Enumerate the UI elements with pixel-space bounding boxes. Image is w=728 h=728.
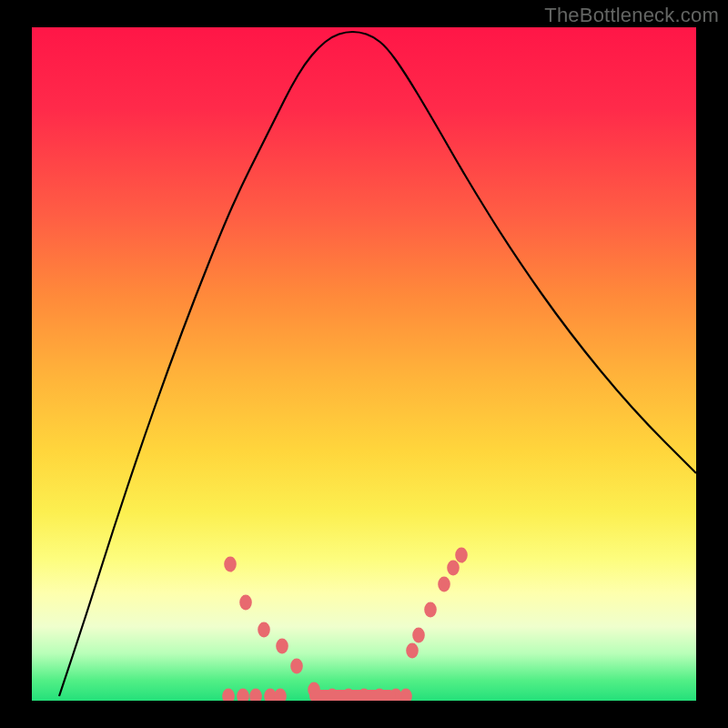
data-marker [438, 577, 450, 592]
data-marker [424, 602, 437, 618]
watermark-text: TheBottleneck.com [544, 4, 719, 27]
curve-overlay [32, 27, 696, 701]
chart-frame: TheBottleneck.com [0, 0, 728, 728]
data-marker [412, 628, 425, 643]
plot-area [32, 27, 696, 701]
data-marker [447, 561, 460, 576]
data-marker [224, 557, 237, 572]
data-marker [274, 689, 287, 702]
data-marker [276, 639, 288, 654]
data-marker [239, 595, 252, 611]
data-marker [249, 689, 262, 702]
bottleneck-curve [59, 32, 696, 696]
data-marker [290, 659, 303, 674]
data-marker [258, 622, 270, 638]
baseline-bar [309, 690, 396, 701]
data-marker [222, 689, 235, 702]
data-marker [237, 689, 249, 702]
data-marker [406, 643, 419, 659]
data-marker [455, 548, 468, 563]
